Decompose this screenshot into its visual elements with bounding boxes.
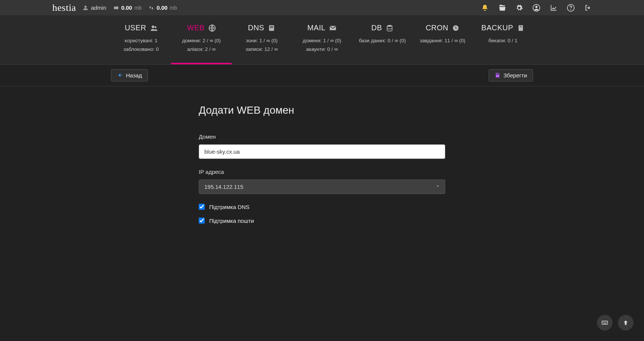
mail-support-label[interactable]: Підтримка пошти — [209, 218, 254, 224]
help-icon[interactable] — [567, 4, 575, 12]
disk-usage: 0.00 mb — [113, 4, 142, 11]
field-ip: IP адреса 195.14.122.115 — [199, 169, 445, 194]
nav-dns-title: DNS — [248, 24, 264, 32]
users-icon — [150, 24, 158, 32]
dns-support-row: Підтримка DNS — [199, 204, 445, 210]
save-label: Зберегти — [504, 72, 527, 79]
arrow-up-icon — [622, 319, 629, 326]
dns-icon — [268, 24, 275, 32]
svg-rect-9 — [270, 26, 273, 27]
svg-point-5 — [152, 25, 154, 28]
nav-db-line1: бази даних: 0 / ∞ (0) — [355, 37, 409, 45]
database-icon — [386, 24, 393, 32]
nav-mail-line2: акаунти: 0 / ∞ — [295, 45, 349, 54]
nav-db-title: DB — [371, 24, 382, 32]
nav-mail[interactable]: MAIL домени: 1 / ∞ (0) акаунти: 0 / ∞ — [292, 15, 352, 64]
nav-cron-title: CRON — [425, 24, 448, 32]
dns-support-checkbox[interactable] — [199, 204, 205, 210]
nav-mail-title: MAIL — [307, 24, 326, 32]
action-bar: Назад Зберегти — [0, 65, 644, 86]
transfer-icon — [148, 5, 154, 10]
nav-cron-line1: завдання: 11 / ∞ (0) — [415, 37, 470, 45]
domain-label: Домен — [199, 133, 445, 140]
nav-web-title: WEB — [187, 24, 205, 32]
nav-user-line1: користувачі: 1 — [114, 37, 168, 45]
main-nav: USER користувачі: 1 заблоковано: 0 WEB д… — [0, 15, 644, 65]
svg-point-2 — [535, 6, 538, 8]
mail-support-checkbox[interactable] — [199, 218, 205, 224]
svg-rect-0 — [114, 6, 118, 9]
save-icon — [495, 72, 501, 78]
domain-input[interactable] — [199, 144, 445, 159]
mail-icon — [329, 24, 337, 32]
ip-select[interactable]: 195.14.122.115 — [199, 179, 445, 194]
disk-unit: mb — [134, 5, 142, 11]
nav-db[interactable]: DB бази даних: 0 / ∞ (0) — [352, 15, 412, 64]
svg-point-6 — [154, 26, 156, 28]
bw-unit: mb — [170, 5, 177, 11]
mail-support-row: Підтримка пошти — [199, 218, 445, 224]
svg-rect-14 — [518, 25, 523, 31]
logout-icon[interactable] — [584, 4, 592, 12]
ip-label: IP адреса — [199, 169, 445, 175]
brand-logo[interactable]: hestia — [52, 2, 76, 13]
back-label: Назад — [126, 72, 142, 79]
nav-dns-line2: записи: 12 / ∞ — [235, 45, 289, 54]
archive-icon — [517, 24, 524, 32]
svg-rect-10 — [270, 27, 273, 28]
svg-rect-15 — [520, 26, 521, 27]
disk-icon — [113, 5, 119, 10]
save-button[interactable]: Зберегти — [489, 69, 533, 82]
nav-user-line2: заблоковано: 0 — [114, 45, 168, 54]
globe-icon — [208, 24, 216, 32]
notifications-icon[interactable] — [481, 4, 489, 12]
user-name: admin — [91, 4, 106, 11]
nav-dns-line1: зони: 1 / ∞ (0) — [235, 37, 289, 45]
form-body: Додати WEB домен Домен IP адреса 195.14.… — [0, 86, 644, 261]
nav-backup-line1: бекапи: 0 / 1 — [476, 37, 530, 45]
svg-rect-17 — [603, 322, 604, 323]
nav-cron[interactable]: CRON завдання: 11 / ∞ (0) — [412, 15, 473, 64]
nav-web-line2: аліаси: 2 / ∞ — [174, 45, 228, 54]
disk-value: 0.00 — [121, 4, 132, 11]
nav-user-title: USER — [125, 24, 146, 32]
nav-mail-line1: домени: 1 / ∞ (0) — [295, 37, 349, 45]
topbar: hestia admin 0.00 mb 0.00 mb — [0, 0, 644, 15]
svg-rect-20 — [606, 322, 607, 323]
svg-rect-19 — [605, 322, 606, 323]
svg-point-4 — [570, 9, 571, 10]
bw-value: 0.00 — [157, 4, 167, 11]
nav-dns[interactable]: DNS зони: 1 / ∞ (0) записи: 12 / ∞ — [232, 15, 292, 64]
nav-web-line1: домени: 2 / ∞ (0) — [174, 37, 228, 45]
svg-point-12 — [387, 25, 392, 27]
nav-user[interactable]: USER користувачі: 1 заблоковано: 0 — [111, 15, 171, 64]
nav-backup-title: BACKUP — [482, 24, 513, 32]
floating-actions — [597, 315, 634, 331]
scroll-top-button[interactable] — [618, 315, 634, 331]
clock-icon — [452, 24, 459, 32]
svg-rect-18 — [604, 322, 605, 323]
field-domain: Домен — [199, 133, 445, 159]
nav-web[interactable]: WEB домени: 2 / ∞ (0) аліаси: 2 / ∞ — [171, 15, 231, 64]
dns-support-label[interactable]: Підтримка DNS — [209, 204, 250, 210]
bandwidth-usage: 0.00 mb — [148, 4, 177, 11]
svg-rect-21 — [603, 323, 606, 324]
arrow-left-icon — [117, 72, 123, 78]
nav-backup[interactable]: BACKUP бекапи: 0 / 1 — [473, 15, 533, 64]
keyboard-icon — [601, 319, 608, 326]
account-icon[interactable] — [533, 4, 540, 12]
user-chip[interactable]: admin — [83, 4, 106, 11]
back-button[interactable]: Назад — [111, 69, 148, 82]
user-icon — [83, 5, 88, 10]
settings-icon[interactable] — [515, 4, 523, 12]
keyboard-shortcuts-button[interactable] — [597, 315, 613, 331]
stats-icon[interactable] — [550, 4, 557, 12]
svg-rect-16 — [602, 321, 608, 325]
page-title: Додати WEB домен — [199, 104, 445, 116]
files-icon[interactable] — [498, 4, 506, 12]
